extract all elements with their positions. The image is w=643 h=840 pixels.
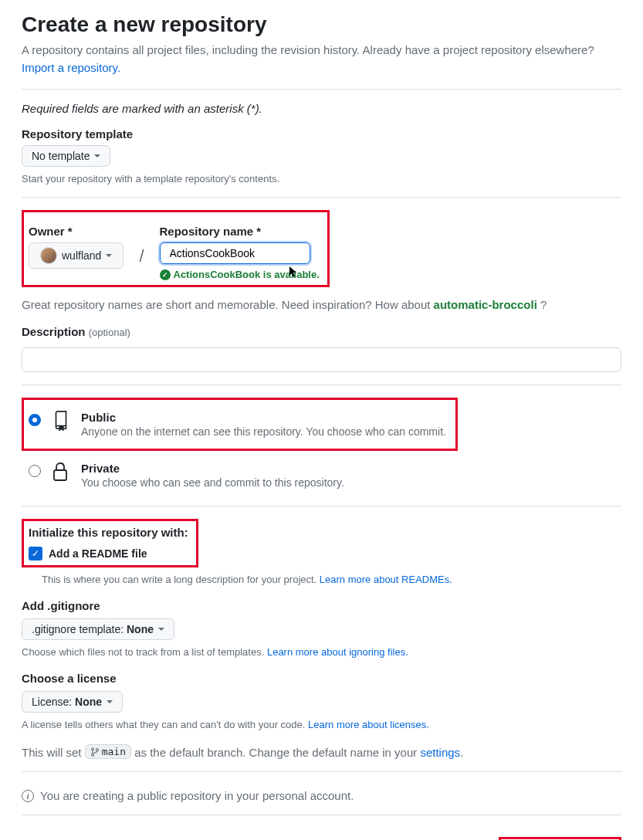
gitignore-select[interactable]: .gitignore template: None [22,618,174,640]
info-icon: i [22,790,34,802]
repo-name-available: ✓ ActionsCookBook is available. [160,269,320,280]
svg-point-1 [91,747,93,750]
branch-pill: main [85,744,131,759]
page-subtitle: A repository contains all project files,… [22,42,621,76]
import-repo-link[interactable]: Import a repository. [22,61,120,74]
required-fields-note: Required fields are marked with an aster… [22,102,621,115]
repo-name-input[interactable] [160,242,310,264]
license-label: Choose a license [22,672,621,685]
branch-settings-link[interactable]: settings [420,746,460,759]
divider [22,197,621,198]
divider [22,384,621,385]
readme-learn-more-link[interactable]: Learn more about READMEs. [320,574,452,585]
divider [22,89,621,90]
owner-select[interactable]: wulfland [29,242,124,269]
account-info: i You are creating a public repository i… [22,789,621,802]
initialize-heading: Initialize this repository with: [29,526,188,539]
check-icon: ✓ [160,269,171,280]
repo-name-label: Repository name * [160,225,320,238]
svg-point-2 [91,754,93,756]
gitignore-label: Add .gitignore [22,599,621,612]
public-radio[interactable] [29,414,41,426]
avatar [40,247,57,264]
readme-help: This is where you can write a long descr… [42,574,621,585]
page-title: Create a new repository [22,12,621,37]
divider [22,771,621,772]
svg-rect-0 [54,470,66,480]
private-radio[interactable] [29,465,41,477]
owner-label: Owner * [29,225,124,238]
license-help: A license tells others what they can and… [22,719,621,730]
divider [22,815,621,815]
svg-point-3 [96,748,98,750]
license-select[interactable]: License: None [22,691,123,713]
gitignore-learn-more-link[interactable]: Learn more about ignoring files. [267,646,408,658]
template-label: Repository template [22,127,621,141]
gitignore-help: Choose which files not to track from a l… [22,646,621,658]
chevron-down-icon [106,254,112,257]
description-input[interactable] [22,347,621,372]
template-help: Start your repository with a template re… [22,173,621,185]
license-learn-more-link[interactable]: Learn more about licenses. [308,719,429,730]
private-title: Private [81,462,344,475]
template-select[interactable]: No template [22,145,110,167]
git-branch-icon [90,747,100,757]
repo-icon [52,411,70,431]
public-desc: Anyone on the internet can see this repo… [81,425,446,438]
readme-label: Add a README file [49,547,147,560]
slash-separator: / [139,246,144,266]
default-branch-info: This will set main as the default branch… [22,744,621,759]
suggested-name-link[interactable]: automatic-broccoli [434,298,537,311]
repo-name-suggestion: Great repository names are short and mem… [22,298,621,311]
divider [22,506,621,506]
public-title: Public [81,411,446,424]
chevron-down-icon [94,154,100,158]
chevron-down-icon [158,628,164,631]
readme-checkbox[interactable]: ✓ [29,547,42,561]
description-label: Description (optional) [22,325,621,338]
chevron-down-icon [107,700,113,703]
private-desc: You choose who can see and commit to thi… [81,476,344,489]
lock-icon [52,462,70,482]
